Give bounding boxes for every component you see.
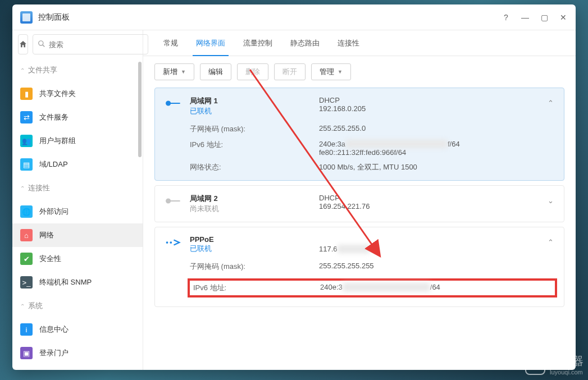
control-panel-window: 控制面板 ? — ▢ ✕ — [12, 4, 576, 370]
iface-status: 尚未联机 — [190, 204, 313, 214]
subnet-value: 255.255.255.255 — [319, 262, 555, 272]
ldap-icon: ▤ — [20, 158, 33, 171]
chevron-down-icon: ⌄ — [548, 196, 554, 205]
svg-point-4 — [166, 199, 170, 203]
sidebar-item-users-groups[interactable]: 👥 用户与群组 — [12, 129, 143, 153]
window-title: 控制面板 — [38, 12, 502, 22]
info-icon: i — [20, 323, 33, 336]
iface-status: 已联机 — [190, 244, 313, 254]
sidebar-item-network[interactable]: ⌂ 网络 — [12, 223, 143, 247]
main-panel: 常规 网络界面 流量控制 静态路由 连接性 新增▼ 编辑 删除 断开 管理▼ — [143, 30, 576, 370]
collapse-button[interactable]: ⌃ — [544, 235, 557, 249]
iface-name: PPPoE — [190, 235, 313, 244]
interface-lan2[interactable]: 局域网 2 尚未联机 DHCP 169.254.221.76 ⌄ — [154, 185, 564, 222]
section-fileshare[interactable]: ⌃ 文件共享 — [12, 58, 143, 82]
ipv6-value: 240e:3axxxxxxxxxxxxxxxxxxxxxxxxxxxxf/64 … — [319, 140, 555, 157]
chevron-up-icon: ⌃ — [20, 303, 25, 309]
collapse-button[interactable]: ⌃ — [544, 96, 557, 109]
toolbar: 新增▼ 编辑 删除 断开 管理▼ — [143, 56, 576, 88]
svg-line-1 — [43, 44, 45, 47]
disconnect-button: 断开 — [274, 63, 306, 80]
tab-general[interactable]: 常规 — [154, 30, 187, 56]
subnet-label: 子网掩码 (mask): — [190, 124, 313, 134]
delete-button: 删除 — [237, 63, 268, 80]
tab-traffic[interactable]: 流量控制 — [234, 30, 281, 56]
chevron-up-icon: ⌃ — [548, 99, 554, 107]
svg-point-7 — [170, 241, 172, 244]
iface-ip: 169.254.221.76 — [319, 202, 555, 210]
router-icon: ⚙ — [525, 355, 545, 375]
section-system[interactable]: ⌃ 系统 — [12, 294, 143, 318]
sidebar-item-terminal-snmp[interactable]: >_ 终端机和 SNMP — [12, 271, 143, 294]
close-icon[interactable]: ✕ — [559, 13, 568, 22]
sidebar-item-shared-folder[interactable]: ▮ 共享文件夹 — [12, 82, 143, 106]
scrollbar[interactable] — [138, 62, 142, 157]
iface-ip: 192.168.0.205 — [319, 104, 555, 113]
sidebar-item-file-services[interactable]: ⇄ 文件服务 — [12, 106, 143, 129]
ipv6-highlight: IPv6 地址: 240e:3xxxxxxxxxxxxxxxxxxxxxxxx/… — [188, 278, 557, 297]
chevron-up-icon: ⌃ — [548, 238, 554, 246]
folder-icon: ▮ — [20, 88, 33, 100]
netstatus-label: 网络状态: — [190, 162, 313, 172]
tab-static-route[interactable]: 静态路由 — [281, 30, 329, 56]
svg-point-2 — [166, 102, 170, 106]
shield-icon: ✔ — [20, 253, 33, 265]
sidebar-item-security[interactable]: ✔ 安全性 — [12, 247, 143, 271]
search-input[interactable] — [49, 40, 143, 49]
sidebar-item-login-portal[interactable]: ▣ 登录门户 — [12, 341, 143, 365]
ethernet-icon — [164, 195, 182, 207]
subnet-value: 255.255.255.0 — [319, 124, 555, 134]
ipv6-label: IPv6 地址: — [193, 283, 314, 293]
home-button[interactable] — [18, 34, 28, 54]
search-icon — [38, 40, 45, 49]
tab-interfaces[interactable]: 网络界面 — [187, 30, 234, 56]
ethernet-icon — [164, 97, 182, 109]
interface-lan1[interactable]: 局域网 1 已联机 DHCP 192.168.0.205 ⌃ — [154, 88, 564, 181]
watermark: ⚙ 路由器 luyouqi.com — [525, 354, 584, 376]
pppoe-icon — [164, 236, 182, 249]
globe-icon: 🌐 — [20, 205, 33, 218]
svg-point-6 — [166, 241, 168, 244]
ipv6-label: IPv6 地址: — [190, 140, 313, 157]
iface-ip: 117.6xxxxxxxxx — [319, 245, 555, 253]
add-button[interactable]: 新增▼ — [154, 63, 194, 80]
ipv6-value: 240e:3xxxxxxxxxxxxxxxxxxxxxxxx/64 — [320, 283, 551, 293]
network-icon: ⌂ — [20, 229, 33, 241]
edit-button[interactable]: 编辑 — [200, 63, 231, 80]
tab-connectivity[interactable]: 连接性 — [329, 30, 368, 56]
netstatus-value: 1000 Mb/s, 全双工, MTU 1500 — [319, 162, 555, 172]
nav: ⌃ 文件共享 ▮ 共享文件夹 ⇄ 文件服务 👥 用户与群组 ▤ 域/LDA — [12, 58, 143, 370]
iface-name: 局域网 1 — [190, 96, 313, 106]
manage-button[interactable]: 管理▼ — [311, 63, 351, 80]
chevron-up-icon: ⌃ — [20, 67, 25, 74]
maximize-icon[interactable]: ▢ — [540, 13, 549, 22]
chevron-up-icon: ⌃ — [20, 185, 25, 191]
iface-name: 局域网 2 — [190, 194, 313, 204]
sidebar-item-external-access[interactable]: 🌐 外部访问 — [12, 200, 143, 223]
terminal-icon: >_ — [20, 276, 33, 289]
app-icon — [20, 11, 33, 24]
iface-status: 已联机 — [190, 106, 313, 116]
interface-pppoe[interactable]: PPPoE 已联机 117.6xxxxxxxxx ⌃ — [154, 227, 564, 307]
search-input-wrap[interactable] — [33, 34, 148, 54]
help-icon[interactable]: ? — [502, 13, 510, 22]
sidebar-item-info-center[interactable]: i 信息中心 — [12, 318, 143, 341]
interface-list: 局域网 1 已联机 DHCP 192.168.0.205 ⌃ — [143, 88, 576, 370]
caret-down-icon: ▼ — [181, 69, 186, 75]
titlebar: 控制面板 ? — ▢ ✕ — [12, 4, 576, 30]
iface-method: DHCP — [319, 96, 555, 104]
sidebar: ⌃ 文件共享 ▮ 共享文件夹 ⇄ 文件服务 👥 用户与群组 ▤ 域/LDA — [12, 30, 143, 370]
users-icon: 👥 — [20, 135, 33, 147]
svg-point-0 — [39, 40, 43, 45]
sidebar-item-domain-ldap[interactable]: ▤ 域/LDAP — [12, 153, 143, 176]
portal-icon: ▣ — [20, 347, 33, 359]
section-connectivity[interactable]: ⌃ 连接性 — [12, 176, 143, 200]
file-service-icon: ⇄ — [20, 111, 33, 123]
subnet-label: 子网掩码 (mask): — [190, 262, 313, 272]
tabs: 常规 网络界面 流量控制 静态路由 连接性 — [143, 30, 576, 56]
iface-method: DHCP — [319, 194, 555, 202]
expand-button[interactable]: ⌄ — [544, 194, 557, 207]
minimize-icon[interactable]: — — [521, 13, 530, 22]
caret-down-icon: ▼ — [338, 69, 343, 75]
